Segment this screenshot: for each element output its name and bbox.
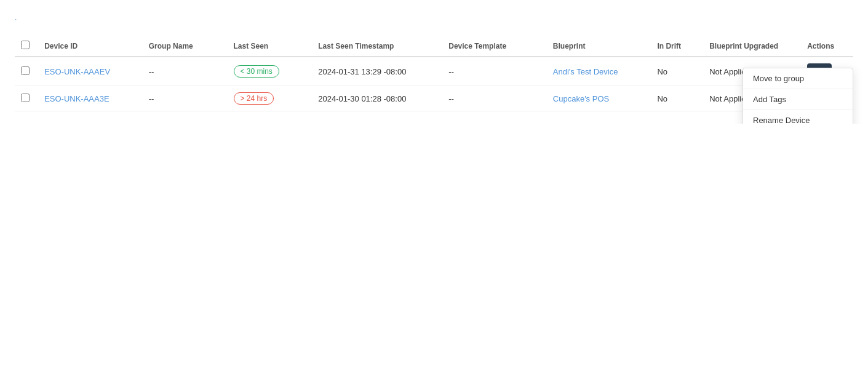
header-blueprint: Blueprint bbox=[547, 36, 651, 57]
device-id-link-0[interactable]: ESO-UNK-AAAEV bbox=[44, 67, 110, 76]
header-in-drift: In Drift bbox=[651, 36, 703, 57]
blueprint-link-0[interactable]: Andi's Test Device bbox=[553, 67, 618, 76]
dropdown-item-move-to-group[interactable]: Move to group bbox=[743, 68, 853, 89]
row-checkbox-1[interactable] bbox=[21, 94, 30, 102]
row-device-template: -- bbox=[442, 57, 547, 86]
row-checkbox-0[interactable] bbox=[21, 66, 30, 75]
actions-dropdown-menu: Move to groupAdd TagsRename DeviceRemove… bbox=[743, 68, 853, 124]
row-blueprint: Andi's Test Device bbox=[547, 57, 651, 86]
table-header-row: Device ID Group Name Last Seen Last Seen… bbox=[15, 36, 853, 57]
row-last-seen-ts: 2024-01-30 01:28 -08:00 bbox=[312, 86, 442, 111]
last-seen-badge-1: > 24 hrs bbox=[234, 92, 274, 105]
header-last-seen-ts: Last Seen Timestamp bbox=[312, 36, 442, 57]
header-last-seen: Last Seen bbox=[228, 36, 313, 57]
row-last-seen: > 24 hrs bbox=[228, 86, 313, 111]
row-last-seen: < 30 mins bbox=[228, 57, 313, 86]
table-row: ESO-UNK-AAAEV -- < 30 mins 2024-01-31 13… bbox=[15, 57, 853, 86]
table-body: ESO-UNK-AAAEV -- < 30 mins 2024-01-31 13… bbox=[15, 57, 853, 111]
last-seen-badge-0: < 30 mins bbox=[234, 65, 279, 78]
select-all-checkbox[interactable] bbox=[21, 41, 30, 49]
header-device-id: Device ID bbox=[38, 36, 143, 57]
dropdown-item-rename-device[interactable]: Rename Device bbox=[743, 110, 853, 124]
row-in-drift: No bbox=[651, 57, 703, 86]
header-bp-upgraded: Blueprint Upgraded bbox=[703, 36, 801, 57]
device-id-link-1[interactable]: ESO-UNK-AAA3E bbox=[44, 94, 109, 103]
page-container: · Device ID Group Name Last Seen Last Se… bbox=[0, 0, 868, 124]
blueprint-link-1[interactable]: Cupcake's POS bbox=[553, 94, 609, 103]
header-actions: Actions bbox=[801, 36, 853, 57]
row-checkbox-cell bbox=[15, 86, 38, 111]
row-blueprint: Cupcake's POS bbox=[547, 86, 651, 111]
row-group-name: -- bbox=[143, 57, 228, 86]
row-group-name: -- bbox=[143, 86, 228, 111]
row-device-id: ESO-UNK-AAAEV bbox=[38, 57, 143, 86]
row-device-template: -- bbox=[442, 86, 547, 111]
header-device-template: Device Template bbox=[442, 36, 547, 57]
dropdown-item-add-tags[interactable]: Add Tags bbox=[743, 89, 853, 110]
row-checkbox-cell bbox=[15, 57, 38, 86]
header-group-name: Group Name bbox=[143, 36, 228, 57]
row-in-drift: No bbox=[651, 86, 703, 111]
row-device-id: ESO-UNK-AAA3E bbox=[38, 86, 143, 111]
row-last-seen-ts: 2024-01-31 13:29 -08:00 bbox=[312, 57, 442, 86]
page-subtitle: · bbox=[15, 15, 853, 23]
header-checkbox-col bbox=[15, 36, 38, 57]
table-row: ESO-UNK-AAA3E -- > 24 hrs 2024-01-30 01:… bbox=[15, 86, 853, 111]
devices-table: Device ID Group Name Last Seen Last Seen… bbox=[15, 36, 853, 111]
